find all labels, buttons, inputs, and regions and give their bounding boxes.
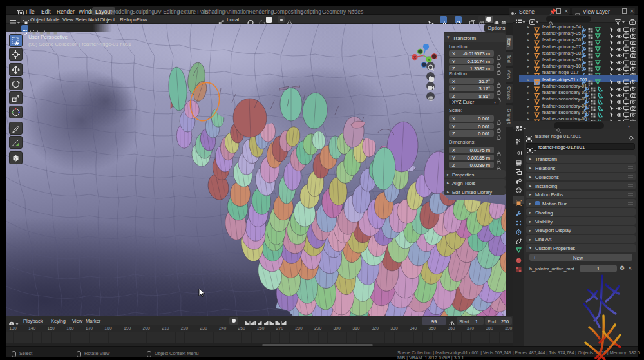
- svg-text:Y: Y: [428, 58, 430, 62]
- svg-text:X: X: [413, 55, 416, 59]
